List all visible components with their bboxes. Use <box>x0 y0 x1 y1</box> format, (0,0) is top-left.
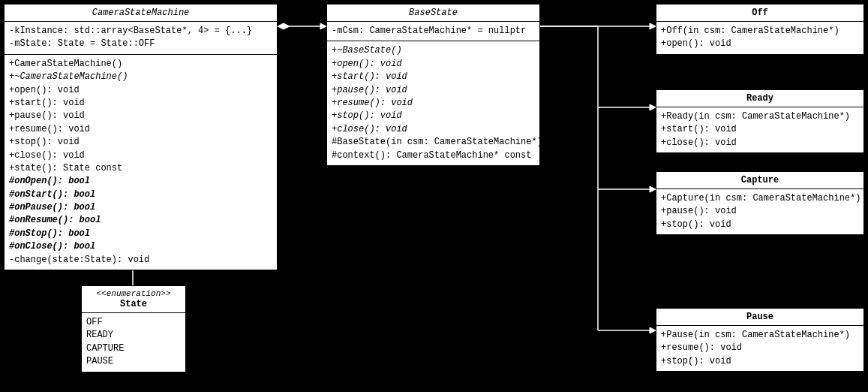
pause-title: Pause <box>656 309 863 326</box>
pause-box: Pause +Pause(in csm: CameraStateMachine*… <box>656 308 864 372</box>
camera-state-machine-attributes: -kInstance: std::array<BaseState*, 4> = … <box>5 22 277 55</box>
svg-marker-1 <box>278 23 290 29</box>
camera-state-machine-title: CameraStateMachine <box>5 5 277 22</box>
off-title: Off <box>656 5 863 22</box>
svg-marker-14 <box>650 327 656 333</box>
svg-marker-8 <box>650 104 656 110</box>
attr-kinstance: -kInstance: std::array<BaseState*, 4> = … <box>9 25 272 38</box>
camera-state-machine-methods: +CameraStateMachine() +~CameraStateMachi… <box>5 55 277 270</box>
capture-title: Capture <box>656 172 863 189</box>
off-methods: +Off(in csm: CameraStateMachine*) +open(… <box>656 22 863 54</box>
svg-marker-4 <box>650 23 656 29</box>
state-stereotype: <<enumeration>> <box>82 286 185 298</box>
base-state-box: BaseState -mCsm: CameraStateMachine* = n… <box>326 4 540 166</box>
ready-box: Ready +Ready(in csm: CameraStateMachine*… <box>656 89 864 153</box>
off-box: Off +Off(in csm: CameraStateMachine*) +o… <box>656 4 864 55</box>
state-values: OFF READY CAPTURE PAUSE <box>82 313 185 372</box>
capture-methods: +Capture(in csm: CameraStateMachine*) +p… <box>656 189 863 234</box>
svg-marker-2 <box>320 23 326 29</box>
state-title: State <box>82 298 185 313</box>
camera-state-machine-box: CameraStateMachine -kInstance: std::arra… <box>4 4 278 270</box>
svg-marker-11 <box>650 186 656 192</box>
ready-title: Ready <box>656 90 863 107</box>
capture-box: Capture +Capture(in csm: CameraStateMach… <box>656 171 864 235</box>
pause-methods: +Pause(in csm: CameraStateMachine*) +res… <box>656 326 863 371</box>
state-enum-box: <<enumeration>> State OFF READY CAPTURE … <box>81 285 186 372</box>
base-state-methods: +~BaseState() +open(): void +start(): vo… <box>327 41 539 165</box>
base-state-title: BaseState <box>327 5 539 22</box>
attr-mstate: -mState: State = State::OFF <box>9 38 272 50</box>
ready-methods: +Ready(in csm: CameraStateMachine*) +sta… <box>656 107 863 152</box>
base-state-attributes: -mCsm: CameraStateMachine* = nullptr <box>327 22 539 41</box>
